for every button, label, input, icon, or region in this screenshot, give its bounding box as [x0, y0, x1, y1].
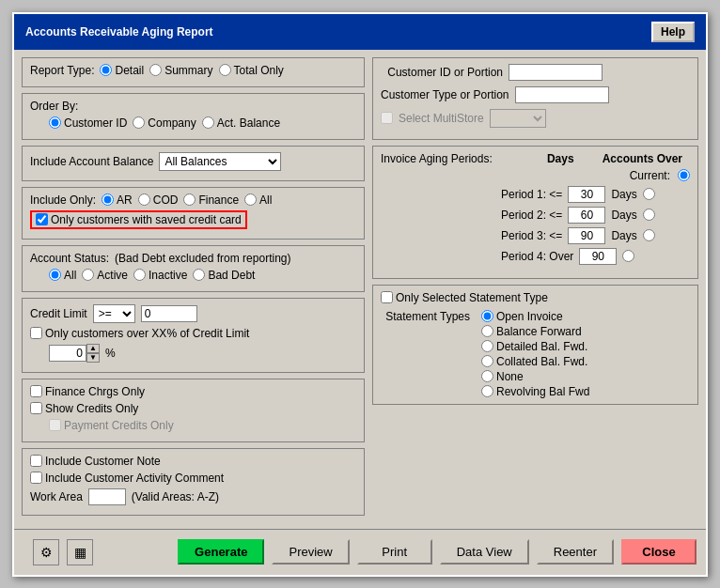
include-all[interactable]: All: [244, 193, 272, 207]
title-bar: Accounts Receivable Aging Report Help: [14, 14, 706, 50]
credit-card-label: Only customers with saved credit card: [51, 213, 242, 226]
report-type-detail[interactable]: Detail: [100, 64, 144, 77]
invoice-aging-label: Invoice Aging Periods:: [381, 152, 493, 165]
credit-limit-section: Credit Limit >= Only customers over XX% …: [22, 298, 365, 373]
dialog-title: Accounts Receivable Aging Report: [25, 25, 213, 39]
report-type-total-only[interactable]: Total Only: [219, 64, 284, 77]
period3-radio[interactable]: [643, 229, 655, 241]
account-balance-section: Include Account Balance All Balances: [22, 146, 365, 181]
credit-limit-label: Credit Limit: [30, 307, 87, 320]
include-only-section: Include Only: AR COD Finance All Only cu…: [22, 187, 365, 240]
report-type-summary[interactable]: Summary: [149, 64, 212, 77]
stmt-revolving-bal-fwd[interactable]: Revolving Bal Fwd: [481, 385, 589, 398]
account-balance-label: Include Account Balance: [30, 155, 153, 168]
account-balance-select[interactable]: All Balances: [159, 152, 281, 171]
stmt-detailed-bal-fwd[interactable]: Detailed Bal. Fwd.: [481, 340, 589, 353]
data-view-button[interactable]: Data View: [440, 539, 529, 565]
days-col-header: Days: [547, 152, 574, 165]
right-panel: Customer ID or Portion Customer Type or …: [372, 57, 698, 521]
order-by-label: Order By:: [30, 100, 78, 113]
period1-days[interactable]: [568, 186, 605, 203]
status-all[interactable]: All: [49, 269, 76, 282]
account-status-section: Account Status: (Bad Debt excluded from …: [22, 245, 365, 292]
period1-days-label: Days: [611, 188, 636, 201]
customer-note-checkbox[interactable]: Include Customer Note: [30, 455, 161, 468]
statement-types-list: Open Invoice Balance Forward Detailed Ba…: [481, 310, 589, 398]
period1-radio[interactable]: [643, 188, 655, 200]
period4-label: Period 4: Over: [501, 250, 573, 263]
show-credits-checkbox[interactable]: Show Credits Only: [30, 402, 138, 415]
generate-button[interactable]: Generate: [178, 539, 264, 565]
statement-types-label: Statement Types: [381, 310, 470, 323]
include-ar[interactable]: AR: [102, 193, 133, 207]
credit-limit-value[interactable]: [141, 305, 197, 322]
bottom-icons: ⚙ ▦: [33, 539, 93, 565]
multistore-checkbox: [381, 112, 393, 124]
left-panel: Report Type: Detail Summary Total Only O…: [22, 57, 365, 521]
credit-limit-pct-spinner[interactable]: ▲ ▼: [49, 344, 100, 363]
multistore-label: Select MultiStore: [399, 112, 484, 125]
close-button[interactable]: Close: [621, 539, 697, 565]
help-button[interactable]: Help: [651, 22, 695, 42]
order-by-company[interactable]: Company: [133, 116, 196, 130]
status-bad-debt[interactable]: Bad Debt: [193, 269, 255, 282]
report-type-section: Report Type: Detail Summary Total Only: [22, 57, 365, 87]
invoice-aging-section: Invoice Aging Periods: Days Accounts Ove…: [372, 146, 698, 279]
stmt-balance-forward[interactable]: Balance Forward: [481, 325, 589, 338]
credit-limit-pct-checkbox[interactable]: Only customers over XX% of Credit Limit: [30, 327, 249, 340]
include-only-label: Include Only:: [30, 193, 96, 207]
account-status-note: (Bad Debt excluded from reporting): [115, 252, 290, 265]
settings-icon-button[interactable]: ⚙: [33, 539, 59, 565]
customer-activity-checkbox[interactable]: Include Customer Activity Comment: [30, 472, 224, 485]
credit-card-checkbox-wrapper: Only customers with saved credit card: [30, 210, 247, 229]
period4-radio[interactable]: [622, 250, 634, 262]
period3-days-label: Days: [611, 229, 636, 242]
finance-section: Finance Chrgs Only Show Credits Only Pay…: [22, 379, 365, 442]
status-inactive[interactable]: Inactive: [133, 269, 187, 282]
credit-limit-operator[interactable]: >=: [93, 304, 135, 323]
customer-id-section: Customer ID or Portion Customer Type or …: [372, 57, 698, 140]
include-finance[interactable]: Finance: [183, 193, 239, 207]
account-status-label: Account Status:: [30, 252, 109, 265]
preview-button[interactable]: Preview: [272, 539, 349, 565]
main-dialog: Accounts Receivable Aging Report Help Re…: [12, 12, 708, 577]
content-area: Report Type: Detail Summary Total Only O…: [14, 50, 706, 529]
customer-id-label: Customer ID or Portion: [381, 66, 503, 79]
work-area-label: Work Area: [30, 490, 83, 503]
customer-type-label: Customer Type or Portion: [381, 88, 509, 101]
work-area-input[interactable]: [88, 488, 126, 505]
customer-type-input[interactable]: [515, 86, 609, 103]
payment-credits-checkbox: Payment Credits Only: [49, 419, 174, 432]
panel-icon-button[interactable]: ▦: [67, 539, 93, 565]
reenter-button[interactable]: Reenter: [537, 539, 614, 565]
customer-id-input[interactable]: [509, 64, 603, 81]
finance-chrgs-checkbox[interactable]: Finance Chrgs Only: [30, 385, 145, 398]
stmt-open-invoice[interactable]: Open Invoice: [481, 310, 589, 323]
period2-days[interactable]: [568, 207, 605, 224]
period3-days[interactable]: [568, 227, 605, 244]
credit-card-checkbox[interactable]: [36, 213, 48, 225]
statement-types-section: Only Selected Statement Type Statement T…: [372, 285, 698, 405]
spinner-down[interactable]: ▼: [86, 353, 100, 363]
period2-label: Period 2: <=: [501, 209, 562, 222]
order-by-act-balance[interactable]: Act. Balance: [202, 116, 280, 130]
stmt-collated-bal-fwd[interactable]: Collated Bal. Fwd.: [481, 355, 589, 368]
notes-section: Include Customer Note Include Customer A…: [22, 448, 365, 516]
status-active[interactable]: Active: [82, 269, 128, 282]
print-button[interactable]: Print: [357, 539, 432, 565]
period2-radio[interactable]: [643, 209, 655, 221]
period2-days-label: Days: [611, 209, 636, 222]
period4-days[interactable]: [579, 248, 617, 265]
spinner-up[interactable]: ▲: [86, 344, 100, 353]
stmt-none[interactable]: None: [481, 370, 589, 383]
report-type-label: Report Type:: [30, 64, 94, 77]
period1-label: Period 1: <=: [501, 188, 562, 201]
work-area-note: (Valid Areas: A-Z): [132, 490, 219, 503]
include-cod[interactable]: COD: [138, 193, 179, 207]
period3-label: Period 3: <=: [501, 229, 562, 242]
only-selected-statement-checkbox[interactable]: Only Selected Statement Type: [381, 291, 548, 304]
bottom-bar: ⚙ ▦ Generate Preview Print Data View Ree…: [14, 529, 706, 575]
order-by-customer-id[interactable]: Customer ID: [49, 116, 127, 130]
current-radio[interactable]: [678, 169, 690, 181]
multistore-select: [490, 109, 546, 128]
